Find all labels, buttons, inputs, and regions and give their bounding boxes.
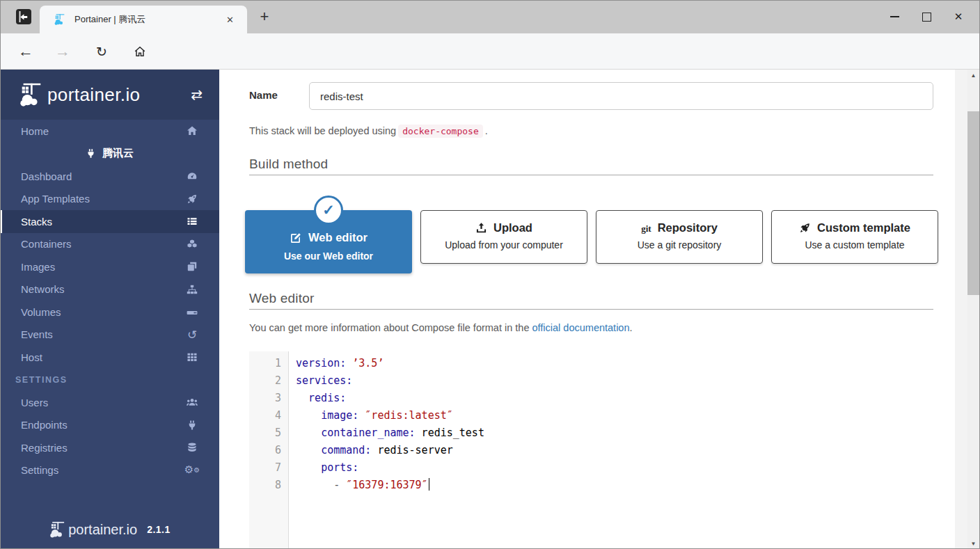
card-subtitle: Use our Web editor xyxy=(245,250,412,262)
scrollbar-thumb[interactable] xyxy=(967,111,979,295)
list-icon xyxy=(186,215,198,228)
text-cursor xyxy=(429,478,430,491)
new-tab-button[interactable]: + xyxy=(255,7,274,26)
sidebar-item-label: Host xyxy=(21,351,42,363)
rocket-icon xyxy=(186,193,198,205)
home-button[interactable] xyxy=(129,40,151,63)
sidebar-item-endpoints[interactable]: Endpoints xyxy=(0,414,219,437)
close-button[interactable]: ✕ xyxy=(942,3,974,31)
browser-toolbar: ← → ↻ 127.0.0.1:9000/#!/2/docker/stacks/… xyxy=(0,33,980,70)
grid-icon xyxy=(186,351,198,363)
code-line: image: ″redis:latest″ xyxy=(296,407,933,424)
sidebar-item-label: Home xyxy=(21,125,49,137)
editor-line-numbers: 12345678 xyxy=(249,351,289,549)
sidebar-item-stacks[interactable]: Stacks xyxy=(0,210,219,233)
sidebar-endpoint-腾讯云[interactable]: 腾讯云 xyxy=(0,143,219,166)
sidebar-menu: Home腾讯云DashboardApp TemplatesStacksConta… xyxy=(0,120,219,482)
footer-logo-icon xyxy=(49,520,67,539)
window-controls: ✕ xyxy=(878,0,974,33)
tab-close-icon[interactable]: ✕ xyxy=(223,13,237,26)
line-number: 2 xyxy=(249,372,288,390)
line-number: 3 xyxy=(249,390,288,407)
editor-info-text: You can get more information about Compo… xyxy=(249,322,529,333)
build-method-custom-template[interactable]: Custom templateUse a custom template xyxy=(771,210,938,264)
build-method-upload[interactable]: UploadUpload from your computer xyxy=(420,210,587,264)
deploy-note: This stack will be deployed usingdocker-… xyxy=(249,125,488,136)
official-documentation-link[interactable]: official documentation xyxy=(532,322,630,333)
portainer-sidebar: portainer.io ⇄ Home腾讯云DashboardApp Templ… xyxy=(0,70,219,549)
code-line: - ″16379:16379″ xyxy=(296,477,933,494)
hdd-icon xyxy=(186,305,198,318)
sidebar-item-dashboard[interactable]: Dashboard xyxy=(0,165,219,188)
window-app-icon[interactable] xyxy=(15,8,33,26)
card-title-text: Web editor xyxy=(308,231,368,244)
stack-name-input[interactable] xyxy=(309,82,933,110)
sidebar-item-users[interactable]: Users xyxy=(0,391,219,414)
sidebar-item-label: Users xyxy=(21,397,48,408)
code-line: redis: xyxy=(296,390,933,407)
sidebar-item-networks[interactable]: Networks xyxy=(0,278,219,301)
sidebar-item-label: Images xyxy=(21,261,55,273)
sidebar-item-registries[interactable]: Registries xyxy=(0,436,219,459)
portainer-logo-icon xyxy=(18,81,45,108)
upload-icon xyxy=(475,222,487,234)
footer-logo-text: portainer.io xyxy=(68,522,137,538)
main-content: Name This stack will be deployed usingdo… xyxy=(219,70,956,549)
history-icon: ↺ xyxy=(186,328,198,341)
layers-icon xyxy=(186,260,198,273)
sidebar-item-label: Registries xyxy=(21,442,68,454)
edit-icon xyxy=(290,232,302,244)
forward-button: → xyxy=(52,40,74,63)
sidebar-header: portainer.io ⇄ xyxy=(0,70,219,120)
sidebar-item-home[interactable]: Home xyxy=(0,120,219,143)
back-button[interactable]: ← xyxy=(15,40,37,63)
code-line: ports: xyxy=(296,459,933,477)
git-icon: git xyxy=(641,221,651,234)
scroll-down-arrow-icon[interactable]: ▼ xyxy=(967,538,979,549)
cogs-icon: ⚙⚙ xyxy=(186,464,198,477)
home-icon xyxy=(186,125,198,137)
browser-tab[interactable]: Portainer | 腾讯云 ✕ xyxy=(40,6,247,33)
sidebar-item-volumes[interactable]: Volumes xyxy=(0,301,219,324)
refresh-button[interactable]: ↻ xyxy=(90,40,113,63)
plug-icon xyxy=(186,419,198,431)
sidebar-item-label: Events xyxy=(21,328,53,340)
line-number: 5 xyxy=(249,424,288,442)
rocket-dark-icon xyxy=(799,222,811,234)
sidebar-toggle-icon[interactable]: ⇄ xyxy=(191,86,203,103)
code-line: command: redis-server xyxy=(296,442,933,459)
sidebar-item-label: Endpoints xyxy=(21,419,68,431)
sidebar-item-label: Dashboard xyxy=(21,170,72,182)
minimize-button[interactable] xyxy=(878,3,910,31)
build-method-web-editor[interactable]: ✓Web editorUse our Web editor xyxy=(245,210,412,273)
sidebar-item-images[interactable]: Images xyxy=(0,255,219,278)
card-title: Custom template xyxy=(772,221,938,234)
sidebar-item-settings[interactable]: Settings⚙⚙ xyxy=(0,459,219,482)
dashboard-icon xyxy=(186,170,198,182)
scroll-up-arrow-icon[interactable]: ▲ xyxy=(967,70,979,81)
plug-icon xyxy=(86,148,96,159)
build-method-rule xyxy=(249,175,933,175)
card-subtitle: Use a git repository xyxy=(596,239,762,250)
line-number: 7 xyxy=(249,459,288,477)
sidebar-logo-text: portainer.io xyxy=(47,84,191,106)
build-method-repository[interactable]: gitRepositoryUse a git repository xyxy=(596,210,763,264)
sidebar-item-app-templates[interactable]: App Templates xyxy=(0,188,219,211)
editor-info: You can get more information about Compo… xyxy=(249,322,633,333)
compose-code-editor[interactable]: 12345678 version: ’3.5’services: redis: … xyxy=(249,351,933,549)
sidebar-item-label: Volumes xyxy=(21,306,61,318)
sidebar-item-containers[interactable]: Containers xyxy=(0,233,219,256)
browser-scrollbar[interactable]: ▲ ▼ xyxy=(967,70,979,549)
sitemap-icon xyxy=(186,283,198,296)
maximize-button[interactable] xyxy=(910,3,942,31)
sidebar-item-host[interactable]: Host xyxy=(0,346,219,369)
sidebar-item-label: Containers xyxy=(21,238,72,250)
users-icon xyxy=(186,396,198,408)
line-number: 6 xyxy=(249,442,288,459)
sidebar-item-label: Settings xyxy=(21,464,58,476)
card-title: Upload xyxy=(421,221,587,234)
sidebar-item-events[interactable]: Events↺ xyxy=(0,324,219,347)
page-scroll-gutter xyxy=(955,70,967,549)
line-number: 4 xyxy=(249,407,288,424)
editor-code-area[interactable]: version: ’3.5’services: redis: image: ″r… xyxy=(290,351,933,494)
